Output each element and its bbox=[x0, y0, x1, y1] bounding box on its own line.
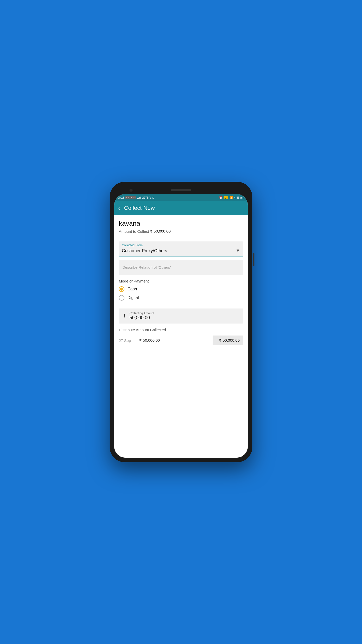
customer-name: kavana bbox=[119, 220, 243, 227]
status-left: airtel VoLTE 4G 227B/s ⊙ bbox=[118, 196, 154, 199]
battery-indicator: 14 bbox=[224, 196, 228, 199]
speed-text: 227B/s bbox=[142, 196, 151, 199]
page-title: Collect Now bbox=[124, 205, 155, 211]
distribute-input[interactable]: ₹ 50,000.00 bbox=[213, 336, 243, 345]
payment-mode-label: Mode of Payment bbox=[119, 279, 243, 283]
phone-screen: airtel VoLTE 4G 227B/s ⊙ ⏰ 14 📶 4:35 pm bbox=[114, 194, 248, 458]
collected-from-value-row: Customer Proxy/Others ▼ bbox=[122, 248, 240, 253]
collecting-amount-detail: Collecting Amount 50,000.00 bbox=[130, 312, 154, 320]
relation-placeholder: Describe Relation of 'Others' bbox=[122, 265, 171, 269]
distribute-label: Distribute Amount Collected bbox=[119, 328, 243, 332]
network-signal-icon: 📶 bbox=[229, 196, 233, 199]
collected-from-field[interactable]: Collected From Customer Proxy/Others ▼ bbox=[119, 241, 243, 256]
cash-label: Cash bbox=[127, 287, 137, 291]
amount-to-collect-value: ₹ 50,000.00 bbox=[150, 229, 171, 234]
collecting-amount-value: 50,000.00 bbox=[130, 315, 154, 320]
app-content: kavana Amount to Collect ₹ 50,000.00 Col… bbox=[114, 215, 248, 458]
alarm-icon: ⏰ bbox=[219, 196, 223, 199]
form-section: Collected From Customer Proxy/Others ▼ D… bbox=[114, 237, 248, 349]
collecting-amount-label: Collecting Amount bbox=[130, 312, 154, 315]
payment-radio-group: Cash Digital bbox=[119, 286, 243, 301]
digital-option[interactable]: Digital bbox=[119, 295, 243, 301]
relation-description-field[interactable]: Describe Relation of 'Others' bbox=[119, 260, 243, 275]
cash-option[interactable]: Cash bbox=[119, 286, 243, 292]
digital-radio-button[interactable] bbox=[119, 295, 124, 301]
collected-from-value: Customer Proxy/Others bbox=[122, 248, 167, 253]
back-button[interactable]: ‹ bbox=[118, 205, 120, 211]
phone-speaker bbox=[171, 189, 191, 191]
status-bar: airtel VoLTE 4G 227B/s ⊙ ⏰ 14 📶 4:35 pm bbox=[114, 194, 248, 201]
distribute-row: 27 Sep ₹ 50,000.00 ₹ 50,000.00 bbox=[119, 336, 243, 345]
phone-camera bbox=[130, 189, 133, 192]
signal-bar-2 bbox=[138, 198, 139, 199]
cash-radio-button[interactable] bbox=[119, 286, 124, 292]
cash-radio-inner bbox=[120, 288, 123, 291]
signal-bar-4 bbox=[140, 197, 141, 199]
time-text: 4:35 pm bbox=[234, 196, 244, 199]
payment-mode-section: Mode of Payment Cash Digital bbox=[119, 279, 243, 301]
network-type: VoLTE 4G bbox=[125, 196, 136, 199]
phone-side-button bbox=[253, 253, 254, 266]
phone-top-bar bbox=[114, 186, 248, 194]
collecting-amount-box: ₹ Collecting Amount 50,000.00 bbox=[119, 308, 243, 324]
carrier-text: airtel bbox=[118, 196, 124, 199]
signal-bar-3 bbox=[139, 197, 140, 199]
customer-section: kavana Amount to Collect ₹ 50,000.00 bbox=[114, 215, 248, 237]
phone-device: airtel VoLTE 4G 227B/s ⊙ ⏰ 14 📶 4:35 pm bbox=[110, 182, 252, 462]
signal-bars bbox=[137, 196, 141, 199]
amount-to-collect-label: Amount to Collect bbox=[119, 229, 149, 234]
distribute-section: Distribute Amount Collected 27 Sep ₹ 50,… bbox=[119, 328, 243, 345]
amount-to-collect-row: Amount to Collect ₹ 50,000.00 bbox=[119, 229, 243, 234]
signal-bar-1 bbox=[137, 198, 138, 199]
collected-from-label: Collected From bbox=[122, 243, 240, 247]
section-divider bbox=[119, 305, 243, 305]
app-header: ‹ Collect Now bbox=[114, 201, 248, 215]
location-icon: ⊙ bbox=[152, 196, 154, 199]
distribute-date: 27 Sep bbox=[119, 338, 137, 343]
dropdown-arrow-icon: ▼ bbox=[236, 248, 240, 253]
digital-label: Digital bbox=[127, 295, 139, 300]
distribute-amount: ₹ 50,000.00 bbox=[139, 338, 210, 343]
rupee-icon: ₹ bbox=[122, 313, 126, 319]
status-right: ⏰ 14 📶 4:35 pm bbox=[219, 196, 244, 199]
